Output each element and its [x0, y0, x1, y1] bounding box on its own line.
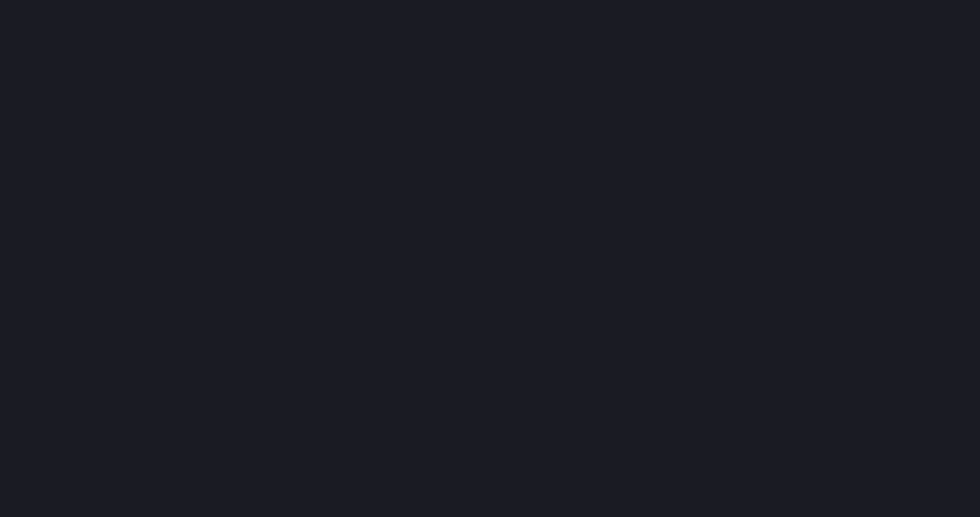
tree-view — [0, 0, 980, 5]
annotation-overlay — [0, 0, 980, 517]
